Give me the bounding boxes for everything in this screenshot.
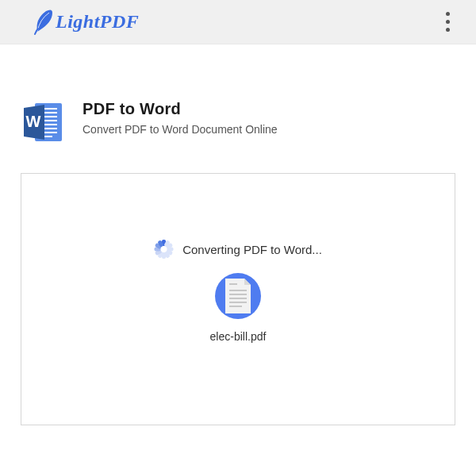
main-content: W PDF to Word Convert PDF to Word Docume… — [0, 44, 476, 425]
svg-rect-15 — [229, 306, 242, 307]
conversion-status-group: Converting PDF to Word... elec-bill.pdf — [154, 240, 322, 343]
svg-rect-13 — [229, 298, 247, 299]
svg-rect-12 — [229, 294, 247, 295]
svg-rect-10 — [229, 283, 237, 285]
more-menu-button[interactable] — [438, 8, 457, 37]
app-header: LightPDF — [0, 0, 476, 44]
svg-text:W: W — [26, 113, 41, 130]
more-vertical-icon — [446, 12, 450, 16]
conversion-status-text: Converting PDF to Word... — [182, 243, 322, 256]
document-file-icon — [222, 277, 254, 315]
svg-rect-11 — [229, 290, 247, 291]
brand-logo[interactable]: LightPDF — [32, 6, 139, 38]
file-name: elec-bill.pdf — [210, 330, 267, 343]
page-heading-text: PDF to Word Convert PDF to Word Document… — [83, 100, 278, 136]
word-document-icon: W — [21, 100, 65, 144]
loading-spinner-icon — [154, 240, 173, 259]
feather-icon — [32, 8, 56, 37]
brand-name: LightPDF — [56, 11, 139, 33]
page-heading-row: W PDF to Word Convert PDF to Word Docume… — [21, 100, 455, 144]
file-thumbnail — [215, 273, 261, 319]
page-subtitle: Convert PDF to Word Document Online — [83, 123, 278, 136]
conversion-panel: Converting PDF to Word... elec-bill.pdf — [21, 173, 455, 425]
svg-rect-14 — [229, 302, 247, 303]
status-row: Converting PDF to Word... — [154, 240, 322, 259]
page-title: PDF to Word — [83, 100, 278, 118]
